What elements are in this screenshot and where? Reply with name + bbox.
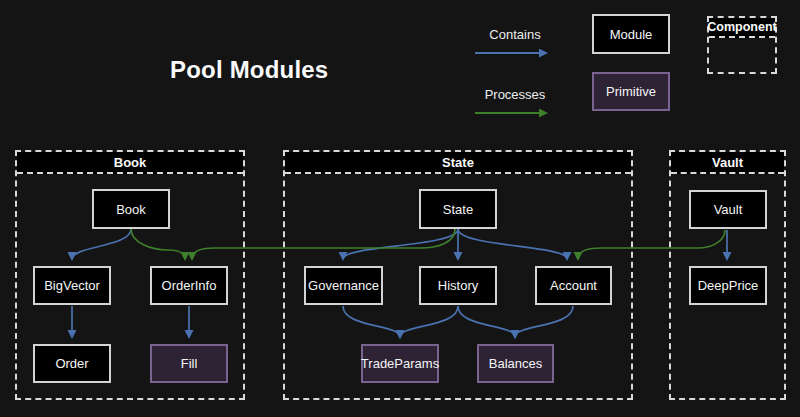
- node-orderinfo: OrderInfo: [150, 266, 228, 305]
- legend-component-label: Component: [709, 18, 775, 38]
- legend-primitive-label: Primitive: [606, 84, 656, 99]
- node-account: Account: [535, 266, 612, 305]
- node-tradeparams: TradeParams: [361, 344, 439, 383]
- container-state-header: State: [285, 152, 631, 174]
- node-history: History: [419, 266, 497, 305]
- container-book-header: Book: [17, 152, 243, 174]
- legend-module-label: Module: [610, 27, 653, 42]
- legend-contains-label: Contains: [470, 27, 560, 42]
- node-governance: Governance: [304, 266, 383, 305]
- node-balances: Balances: [477, 344, 554, 383]
- node-fill: Fill: [150, 344, 228, 383]
- node-bigvector: BigVector: [33, 266, 111, 305]
- node-deepprice: DeepPrice: [689, 266, 767, 305]
- node-state: State: [419, 189, 497, 229]
- node-order: Order: [33, 344, 111, 383]
- node-book: Book: [92, 189, 170, 229]
- legend-processes-label: Processes: [470, 87, 560, 102]
- page-title: Pool Modules: [170, 56, 328, 84]
- legend-module-box: Module: [592, 14, 670, 54]
- container-vault-header: Vault: [671, 152, 784, 174]
- legend-primitive-box: Primitive: [592, 72, 670, 111]
- legend-component-box: Component: [707, 16, 777, 74]
- node-vault: Vault: [689, 190, 767, 229]
